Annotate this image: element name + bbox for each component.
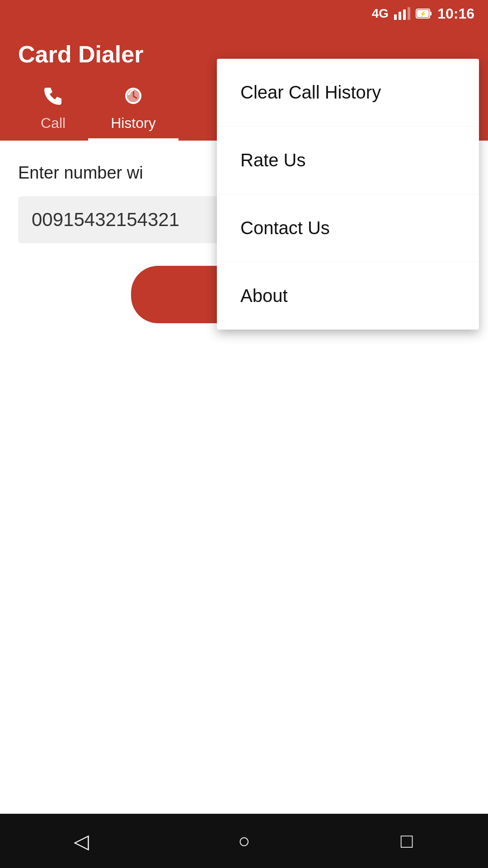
- battery-icon: ⚡: [416, 7, 432, 20]
- svg-rect-5: [430, 12, 432, 15]
- time-display: 10:16: [437, 5, 474, 22]
- home-button[interactable]: ○: [226, 823, 262, 859]
- svg-rect-1: [399, 12, 401, 20]
- svg-rect-2: [403, 9, 406, 20]
- recent-button[interactable]: □: [389, 823, 425, 859]
- back-button[interactable]: ◁: [63, 823, 99, 859]
- tab-call[interactable]: Call: [18, 79, 88, 141]
- signal-label: 4G: [372, 6, 389, 21]
- menu-item-rate-us[interactable]: Rate Us: [217, 127, 479, 194]
- dropdown-menu: Clear Call History Rate Us Contact Us Ab…: [217, 59, 479, 330]
- tab-call-label: Call: [41, 115, 66, 132]
- menu-item-contact-us[interactable]: Contact Us: [217, 194, 479, 262]
- tab-history[interactable]: History: [88, 79, 178, 141]
- nav-bar: ◁ ○ □: [0, 814, 488, 868]
- svg-text:⚡: ⚡: [419, 10, 427, 18]
- status-bar: 4G ⚡ 10:16: [0, 0, 488, 27]
- svg-rect-0: [394, 14, 397, 20]
- history-tab-icon: [123, 86, 143, 110]
- menu-item-about[interactable]: About: [217, 262, 479, 330]
- tab-history-label: History: [111, 115, 156, 132]
- call-tab-icon: [43, 86, 63, 110]
- menu-item-clear-call-history[interactable]: Clear Call History: [217, 59, 479, 127]
- svg-rect-3: [408, 7, 410, 20]
- status-icons: 4G ⚡ 10:16: [372, 5, 474, 22]
- signal-icon: [394, 7, 410, 20]
